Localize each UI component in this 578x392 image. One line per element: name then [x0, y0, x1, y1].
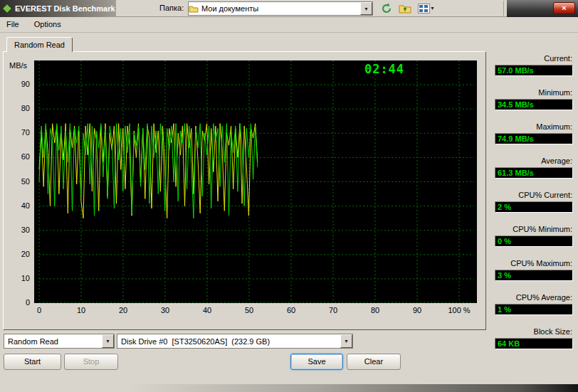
menu-options[interactable]: Options — [28, 18, 68, 32]
x-tick-label: 50 — [232, 306, 266, 314]
stat-value: 74.9 MB/s — [495, 133, 573, 144]
menu-bar: File Options — [0, 18, 578, 33]
stat-cpu-average: CPU% Average: 1 % — [490, 292, 574, 315]
stat-value: 64 KB — [495, 338, 573, 349]
chart-panel: MB/s 02:44 90807060504030201000102030405… — [3, 51, 486, 330]
stat-minimum: Minimum: 34.5 MB/s — [490, 88, 574, 110]
x-tick-label: 0 — [22, 306, 56, 314]
stat-label: CPU% Current: — [490, 190, 574, 200]
stop-button[interactable]: Stop — [64, 354, 118, 370]
stat-block-size: Block Size: 64 KB — [490, 327, 574, 349]
save-button[interactable]: Save — [290, 354, 343, 370]
x-tick-label: 20 — [106, 306, 140, 314]
test-type-arrow[interactable]: ▼ — [102, 334, 114, 348]
test-type-value: Random Read — [4, 337, 102, 346]
y-tick-label: 20 — [4, 250, 30, 258]
views-button[interactable] — [416, 1, 431, 16]
stat-label: CPU% Minimum: — [490, 224, 574, 234]
refresh-button[interactable] — [379, 1, 394, 16]
elapsed-time: 02:44 — [349, 62, 420, 76]
stat-value: 2 % — [495, 201, 573, 213]
stat-label: Current: — [490, 53, 574, 63]
stat-value: 57.0 MB/s — [495, 65, 573, 76]
stat-label: Block Size: — [490, 327, 574, 337]
views-icon — [418, 4, 430, 14]
start-button[interactable]: Start — [4, 354, 61, 370]
drive-value: Disk Drive #0 [ST3250620AS] (232.9 GB) — [117, 337, 340, 346]
close-button[interactable]: × — [553, 2, 575, 14]
stat-average: Average: 61.3 MB/s — [490, 156, 574, 179]
drive-arrow[interactable]: ▼ — [340, 334, 352, 348]
toolbar-separator — [503, 1, 504, 16]
everest-disk-benchmark-window: EVEREST Disk Benchmark Папка: Мои докуме… — [0, 0, 578, 392]
folder-up-icon — [399, 4, 411, 14]
refresh-icon — [380, 2, 393, 15]
background-titlebar: × — [507, 0, 578, 17]
benchmark-chart — [34, 60, 477, 303]
views-dropdown-icon[interactable]: ▼ — [430, 6, 435, 11]
x-tick-label: 80 — [358, 306, 392, 314]
stat-label: Minimum: — [490, 88, 574, 97]
x-tick-label: 100 % — [442, 306, 476, 314]
x-tick-label: 40 — [190, 306, 224, 314]
folder-combobox-value: Мои документы — [199, 4, 360, 13]
folder-combobox[interactable]: Мои документы ▼ — [188, 1, 373, 16]
window-title: EVEREST Disk Benchmark — [15, 4, 115, 13]
stat-cpu-maximum: CPU% Maximum: 3 % — [490, 258, 574, 281]
stat-label: CPU% Maximum: — [490, 258, 574, 268]
stat-maximum: Maximum: 74.9 MB/s — [490, 122, 574, 144]
x-tick-label: 60 — [274, 306, 308, 314]
stat-label: CPU% Average: — [490, 292, 574, 302]
app-icon — [3, 4, 11, 13]
y-tick-label: 60 — [4, 152, 30, 161]
x-tick-label: 70 — [316, 306, 350, 314]
x-tick-label: 30 — [148, 306, 182, 314]
stat-label: Average: — [490, 156, 574, 166]
stat-value: 1 % — [495, 304, 573, 315]
y-tick-label: 90 — [4, 80, 30, 88]
y-tick-label: 70 — [4, 128, 30, 137]
x-tick-label: 10 — [64, 306, 98, 314]
x-tick-label: 90 — [400, 306, 434, 314]
y-tick-label: 80 — [4, 104, 30, 112]
stat-value: 3 % — [495, 270, 573, 281]
folder-label: Папка: — [159, 4, 184, 12]
y-tick-label: 40 — [4, 201, 30, 210]
y-axis-label: MB/s — [9, 61, 27, 70]
y-tick-label: 10 — [4, 274, 30, 282]
stat-cpu-current: CPU% Current: 2 % — [490, 190, 574, 213]
folder-icon — [189, 5, 199, 13]
tab-random-read[interactable]: Random Read — [6, 37, 73, 52]
menu-file[interactable]: File — [0, 18, 26, 32]
close-icon: × — [562, 4, 566, 12]
y-tick-label: 30 — [4, 226, 30, 234]
top-bar: EVEREST Disk Benchmark Папка: Мои докуме… — [0, 0, 578, 17]
drive-select[interactable]: Disk Drive #0 [ST3250620AS] (232.9 GB) ▼ — [117, 334, 353, 349]
stat-cpu-minimum: CPU% Minimum: 0 % — [490, 224, 574, 247]
window-bottom-edge — [0, 384, 578, 392]
stats-panel: Current: 57.0 MB/s Minimum: 34.5 MB/s Ma… — [490, 53, 574, 361]
test-type-select[interactable]: Random Read ▼ — [4, 334, 115, 349]
y-tick-label: 50 — [4, 177, 30, 186]
stat-value: 0 % — [495, 235, 573, 247]
stat-label: Maximum: — [490, 122, 574, 132]
stat-current: Current: 57.0 MB/s — [490, 53, 574, 76]
folder-combobox-arrow[interactable]: ▼ — [360, 2, 372, 15]
window-title-bar[interactable]: EVEREST Disk Benchmark — [0, 0, 116, 17]
clear-button[interactable]: Clear — [347, 354, 401, 370]
stat-value: 34.5 MB/s — [495, 99, 573, 110]
folder-up-button[interactable] — [397, 1, 413, 16]
chart-plot-area: 02:44 — [34, 60, 477, 303]
stat-value: 61.3 MB/s — [495, 167, 573, 179]
